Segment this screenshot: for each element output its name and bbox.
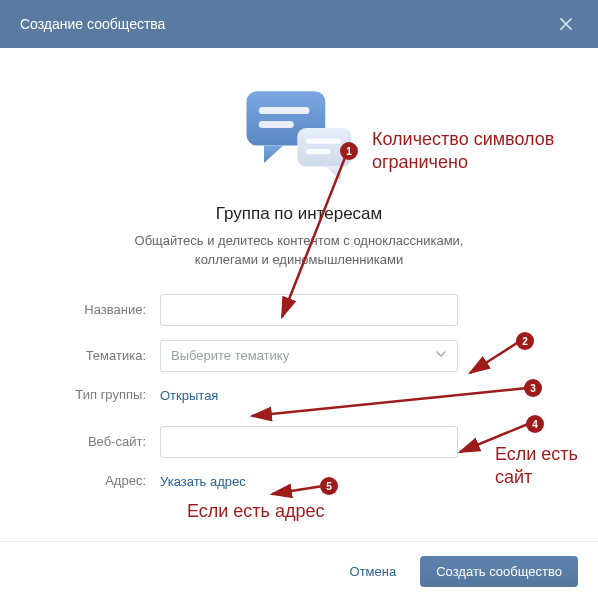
type-link[interactable]: Открытая (160, 388, 218, 403)
create-community-modal: Создание сообщества (0, 0, 598, 601)
content-heading: Группа по интересам (40, 204, 558, 224)
name-label: Название: (40, 302, 160, 317)
chevron-down-icon (435, 348, 447, 363)
modal-body: Группа по интересам Общайтесь и делитесь… (0, 48, 598, 541)
svg-rect-3 (297, 128, 351, 167)
svg-rect-4 (306, 139, 341, 144)
modal-footer: Отмена Создать сообщество (0, 541, 598, 601)
address-link[interactable]: Указать адрес (160, 474, 246, 489)
row-type: Тип группы: Открытая (40, 386, 558, 404)
row-topic: Тематика: Выберите тематику (40, 340, 558, 372)
topic-label: Тематика: (40, 348, 160, 363)
close-icon (557, 15, 575, 33)
create-button[interactable]: Создать сообщество (420, 556, 578, 587)
modal-header: Создание сообщества (0, 0, 598, 48)
address-label: Адрес: (40, 473, 160, 488)
modal-title: Создание сообщества (20, 16, 165, 32)
row-website: Веб-сайт: (40, 426, 558, 458)
website-input[interactable] (160, 426, 458, 458)
name-input[interactable] (160, 294, 458, 326)
content-subheading: Общайтесь и делитесь контентом с однокла… (109, 232, 489, 270)
svg-rect-5 (306, 149, 331, 154)
chat-bubbles-icon (229, 80, 369, 190)
row-address: Адрес: Указать адрес (40, 472, 558, 490)
topic-select[interactable]: Выберите тематику (160, 340, 458, 372)
row-name: Название: (40, 294, 558, 326)
svg-rect-1 (259, 107, 310, 114)
svg-rect-2 (259, 121, 294, 128)
close-button[interactable] (552, 10, 580, 38)
cancel-button[interactable]: Отмена (338, 557, 409, 586)
type-label: Тип группы: (40, 387, 160, 402)
illustration (40, 80, 558, 190)
website-label: Веб-сайт: (40, 434, 160, 449)
topic-placeholder: Выберите тематику (171, 348, 289, 363)
